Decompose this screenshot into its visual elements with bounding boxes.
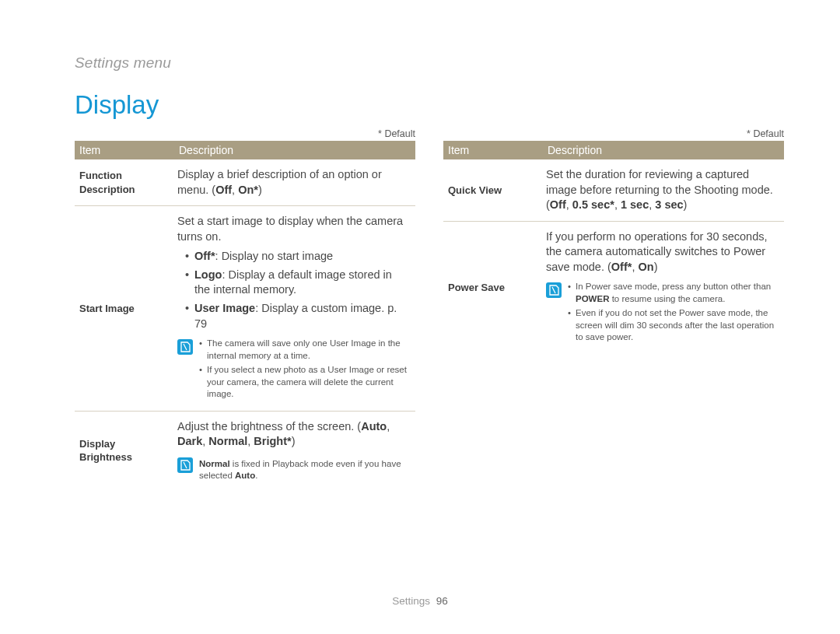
settings-table-right: Item Description Quick View Set the dura… [443,141,784,354]
table-row: Display Brightness Adjust the brightness… [75,411,415,490]
table-header-description: Description [541,141,784,159]
table-header-item: Item [443,141,541,159]
right-column: * Default Item Description Quick View Se… [443,128,784,354]
list-item: Off*: Display no start image [185,249,411,264]
left-column: * Default Item Description Function Desc… [75,128,415,490]
row-item-power-save: Power Save [443,221,541,354]
default-note-right: * Default [443,128,784,139]
row-item-function-description: Function Description [75,159,173,206]
row-desc-quick-view: Set the duration for reviewing a capture… [541,159,784,221]
note-list: In Power save mode, press any button oth… [568,281,779,346]
row-desc-power-save: If you perform no operations for 30 seco… [541,221,784,354]
list-item: Logo: Display a default image stored in … [185,268,411,298]
section-title-display: Display [75,90,159,120]
breadcrumb: Settings menu [75,54,171,72]
row-desc-display-brightness: Adjust the brightness of the screen. (Au… [173,411,415,490]
table-row: Quick View Set the duration for reviewin… [443,159,784,221]
list-item: If you select a new photo as a User Imag… [199,364,411,401]
table-header-item: Item [75,141,173,159]
note-list: The camera will save only one User Image… [199,338,411,403]
note-icon [177,339,193,355]
table-row: Start Image Set a start image to display… [75,206,415,412]
note-block: Normal is fixed in Playback mode even if… [177,456,411,482]
row-item-display-brightness: Display Brightness [75,411,173,490]
note-block: In Power save mode, press any button oth… [546,281,779,346]
row-desc-function-description: Display a brief description of an option… [173,159,415,206]
row-item-start-image: Start Image [75,206,173,412]
table-row: Power Save If you perform no operations … [443,221,784,354]
note-icon [546,282,562,298]
list-item: The camera will save only one User Image… [199,338,411,362]
note-icon [177,457,193,473]
list-item: In Power save mode, press any button oth… [568,281,779,305]
row-desc-start-image: Set a start image to display when the ca… [173,206,415,412]
page-footer: Settings 96 [0,595,840,607]
start-image-options: Off*: Display no start image Logo: Displ… [177,249,411,331]
note-text: Normal is fixed in Playback mode even if… [199,456,411,482]
settings-table-left: Item Description Function Description Di… [75,141,415,490]
page-number: 96 [436,595,448,607]
default-note-left: * Default [75,128,415,139]
list-item: Even if you do not set the Power save mo… [568,307,779,344]
footer-label: Settings [392,595,430,607]
table-row: Function Description Display a brief des… [75,159,415,206]
table-header-description: Description [173,141,415,159]
note-block: The camera will save only one User Image… [177,338,411,403]
row-item-quick-view: Quick View [443,159,541,221]
list-item: User Image: Display a custom image. p. 7… [185,301,411,331]
